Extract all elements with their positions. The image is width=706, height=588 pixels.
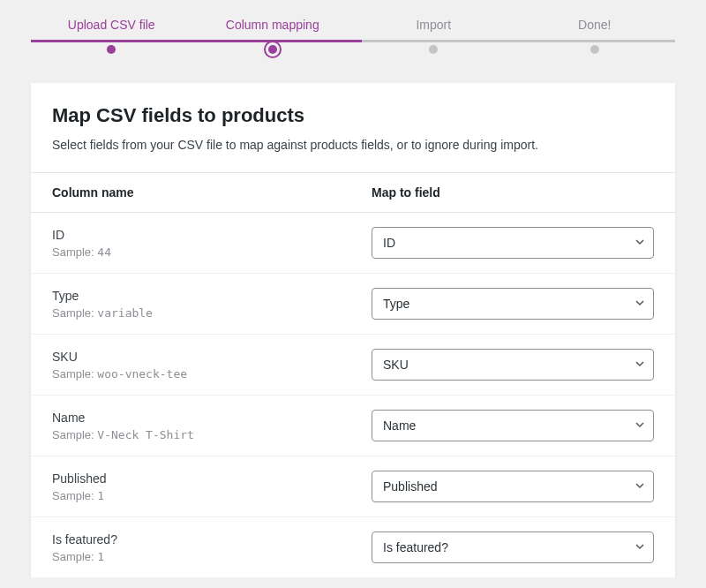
table-row: Name Sample: V-Neck T-Shirt Name	[31, 396, 675, 456]
table-row: Type Sample: variable Type	[31, 274, 675, 335]
stepper-steps: Upload CSV file Column mapping Import Do…	[0, 18, 706, 57]
sample-prefix: Sample:	[52, 245, 94, 259]
column-name: Name	[52, 411, 372, 425]
step-dot-icon	[429, 45, 438, 54]
page-title: Map CSV fields to products	[52, 104, 654, 127]
page-container: Upload CSV file Column mapping Import Do…	[0, 0, 706, 577]
column-name: Is featured?	[52, 532, 372, 547]
step-dot-icon	[266, 42, 280, 57]
column-sample: Sample: variable	[52, 306, 372, 320]
field-select[interactable]: SKU	[372, 349, 654, 381]
step-done: Done!	[514, 18, 676, 57]
table-row: ID Sample: 44 ID	[31, 213, 675, 274]
select-value: ID	[383, 236, 625, 250]
sample-value: 1	[97, 489, 104, 502]
row-column-info: Published Sample: 1	[52, 471, 372, 502]
column-name: ID	[52, 228, 372, 242]
page-description: Select fields from your CSV file to map …	[52, 136, 654, 155]
row-column-info: Name Sample: V-Neck T-Shirt	[52, 411, 372, 441]
sample-prefix: Sample:	[52, 367, 94, 381]
step-label: Import	[416, 18, 451, 32]
step-import: Import	[353, 18, 514, 57]
row-field-select: SKU	[372, 349, 654, 381]
sample-value: variable	[97, 306, 153, 320]
step-column-mapping[interactable]: Column mapping	[192, 18, 354, 57]
sample-prefix: Sample:	[52, 550, 94, 563]
row-field-select: Type	[372, 288, 654, 320]
field-select[interactable]: Published	[372, 471, 654, 502]
table-row: Is featured? Sample: 1 Is featured?	[31, 517, 675, 577]
step-label: Done!	[578, 18, 611, 32]
column-sample: Sample: 1	[52, 550, 372, 563]
column-sample: Sample: woo-vneck-tee	[52, 367, 372, 381]
th-column-name: Column name	[52, 185, 372, 200]
row-column-info: SKU Sample: woo-vneck-tee	[52, 350, 372, 381]
step-label: Upload CSV file	[68, 18, 155, 32]
select-value: Is featured?	[383, 540, 625, 554]
column-name: Published	[52, 471, 372, 486]
step-dot-icon	[590, 45, 599, 54]
row-column-info: Is featured? Sample: 1	[52, 532, 372, 563]
sample-prefix: Sample:	[52, 489, 94, 502]
mapping-panel: Map CSV fields to products Select fields…	[31, 83, 675, 577]
step-upload[interactable]: Upload CSV file	[31, 18, 192, 57]
table-header: Column name Map to field	[31, 172, 675, 213]
th-map-to-field: Map to field	[372, 185, 654, 200]
column-name: SKU	[52, 350, 372, 364]
field-select[interactable]: Is featured?	[372, 531, 654, 563]
select-value: Published	[383, 479, 625, 494]
field-select[interactable]: Name	[372, 410, 654, 441]
row-field-select: Is featured?	[372, 531, 654, 563]
sample-value: woo-vneck-tee	[97, 367, 187, 381]
sample-prefix: Sample:	[52, 428, 94, 441]
stepper: Upload CSV file Column mapping Import Do…	[0, 0, 706, 83]
step-dot-icon	[107, 45, 116, 54]
step-label: Column mapping	[226, 18, 319, 32]
select-value: Name	[383, 418, 625, 433]
row-field-select: Published	[372, 471, 654, 502]
select-value: Type	[383, 297, 625, 311]
sample-prefix: Sample:	[52, 306, 94, 320]
column-sample: Sample: V-Neck T-Shirt	[52, 428, 372, 441]
row-field-select: Name	[372, 410, 654, 441]
sample-value: V-Neck T-Shirt	[97, 428, 194, 441]
row-column-info: ID Sample: 44	[52, 228, 372, 259]
row-field-select: ID	[372, 227, 654, 259]
mapping-table: Column name Map to field ID Sample: 44 I…	[31, 172, 675, 577]
sample-value: 1	[97, 550, 104, 563]
field-select[interactable]: ID	[372, 227, 654, 259]
column-name: Type	[52, 289, 372, 303]
select-value: SKU	[383, 358, 625, 372]
table-row: SKU Sample: woo-vneck-tee SKU	[31, 335, 675, 396]
table-row: Published Sample: 1 Published	[31, 456, 675, 517]
panel-header: Map CSV fields to products Select fields…	[31, 83, 675, 172]
sample-value: 44	[97, 245, 111, 259]
column-sample: Sample: 44	[52, 245, 372, 259]
column-sample: Sample: 1	[52, 489, 372, 502]
field-select[interactable]: Type	[372, 288, 654, 320]
row-column-info: Type Sample: variable	[52, 289, 372, 320]
